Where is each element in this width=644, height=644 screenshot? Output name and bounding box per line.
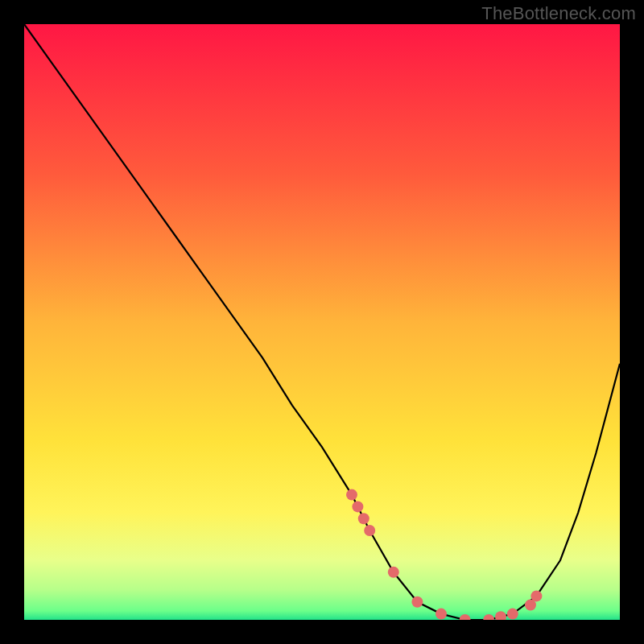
marker-dots [346, 489, 542, 620]
marker-dot [507, 609, 518, 620]
curve-layer [24, 24, 620, 620]
marker-dot [352, 501, 363, 512]
marker-dot [346, 489, 357, 501]
plot-area [24, 24, 620, 620]
watermark-text: TheBottleneck.com [481, 3, 636, 24]
marker-dot [358, 513, 369, 524]
chart-stage: TheBottleneck.com [0, 0, 644, 644]
marker-dot [460, 614, 471, 620]
marker-dot [364, 525, 375, 536]
marker-dot [436, 609, 447, 620]
marker-dot [411, 597, 423, 608]
marker-dot [530, 590, 542, 601]
marker-dot [388, 567, 399, 578]
marker-dot [483, 614, 494, 620]
marker-dot [495, 611, 506, 620]
bottleneck-curve [24, 24, 620, 620]
